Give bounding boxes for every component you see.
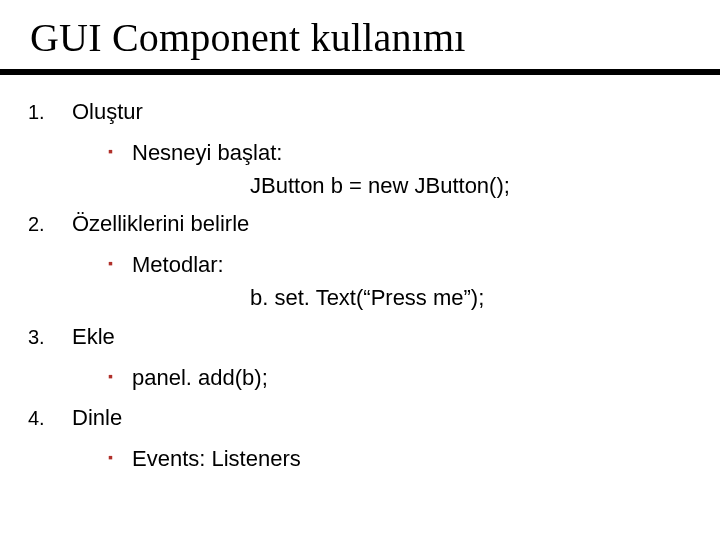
list-number: 1. xyxy=(28,97,72,126)
list-subblock: ▪ panel. add(b); xyxy=(28,357,692,400)
list-number: 3. xyxy=(28,322,72,351)
bullet-row: ▪ panel. add(b); xyxy=(72,361,692,396)
list-number: 4. xyxy=(28,403,72,432)
list-number-spacer xyxy=(28,136,72,137)
list-number-spacer xyxy=(28,442,72,443)
bullet-text: Nesneyi başlat: xyxy=(132,138,692,169)
bullet-text: Events: Listeners xyxy=(132,444,692,475)
slide-content: 1. Oluştur ▪ Nesneyi başlat: JButton b =… xyxy=(0,75,720,481)
list-sub: ▪ panel. add(b); xyxy=(72,361,692,396)
inline-code: b. set. Text(“Press me”); xyxy=(72,283,692,314)
title-wrap: GUI Component kullanımı xyxy=(0,0,720,65)
slide: GUI Component kullanımı 1. Oluştur ▪ Nes… xyxy=(0,0,720,540)
list-item: 4. Dinle xyxy=(28,399,692,438)
bullet-row: ▪ Metodlar: xyxy=(72,248,692,283)
list-text: Özelliklerini belirle xyxy=(72,209,692,240)
bullet-icon: ▪ xyxy=(108,363,132,389)
list-number-spacer xyxy=(28,361,72,362)
bullet-icon: ▪ xyxy=(108,250,132,276)
list-subblock: ▪ Metodlar: b. set. Text(“Press me”); xyxy=(28,244,692,318)
list-subblock: ▪ Nesneyi başlat: JButton b = new JButto… xyxy=(28,132,692,206)
list-subblock: ▪ Events: Listeners xyxy=(28,438,692,481)
list-item: 2. Özelliklerini belirle xyxy=(28,205,692,244)
list-text: Dinle xyxy=(72,403,692,434)
bullet-text: panel. add(b); xyxy=(132,363,692,394)
bullet-icon: ▪ xyxy=(108,444,132,470)
bullet-row: ▪ Nesneyi başlat: xyxy=(72,136,692,171)
list-item: 3. Ekle xyxy=(28,318,692,357)
list-sub: ▪ Nesneyi başlat: JButton b = new JButto… xyxy=(72,136,692,202)
list-number: 2. xyxy=(28,209,72,238)
list-text: Ekle xyxy=(72,322,692,353)
list-sub: ▪ Events: Listeners xyxy=(72,442,692,477)
list-number-spacer xyxy=(28,248,72,249)
bullet-text: Metodlar: xyxy=(132,250,692,281)
slide-title: GUI Component kullanımı xyxy=(30,14,720,61)
list-sub: ▪ Metodlar: b. set. Text(“Press me”); xyxy=(72,248,692,314)
list-item: 1. Oluştur xyxy=(28,93,692,132)
bullet-row: ▪ Events: Listeners xyxy=(72,442,692,477)
bullet-icon: ▪ xyxy=(108,138,132,164)
list-text: Oluştur xyxy=(72,97,692,128)
inline-code: JButton b = new JButton(); xyxy=(72,171,692,202)
